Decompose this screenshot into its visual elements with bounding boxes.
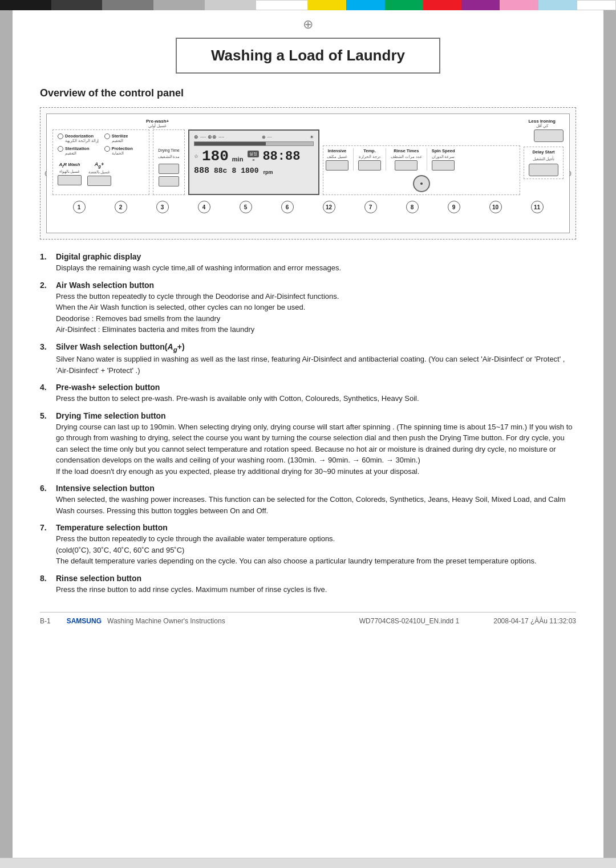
progress-bar [194,141,314,146]
item-number: 5. [40,411,56,477]
deodorization-label: Deodorization [65,133,99,139]
main-content: ⊕ Washing a Load of Laundry Overview of … [17,0,599,648]
deodorization-radio[interactable] [58,133,63,139]
temp-button[interactable] [358,160,381,171]
item-body: Drying course can last up to 190min. Whe… [56,421,576,477]
controls-section: Intensive غسيل مكثف Temp. درجة الحرارة [323,129,520,195]
display-sub3: 8 [232,167,236,175]
item-content: Rinse selection button Press the rinse b… [56,574,576,595]
list-item: 5. Drying Time selection button Drying c… [40,411,576,477]
intensive-button[interactable] [326,160,348,171]
page-footer: B-1 SAMSUNG Washing Machine Owner's Inst… [40,612,576,625]
prewash-button[interactable] [159,164,179,174]
item-content: Digital graphic display Displays the rem… [56,252,576,274]
badge-1: 1 [73,201,86,213]
display-sub4: 1800 [241,167,258,175]
panel-left-section: Deodorization إزالة الرائحة الكريهة Ster… [52,129,149,195]
rinse-times-label: Rinse Times [394,148,419,153]
intensive-label: Intensive [328,148,347,153]
display-sub1: 888 [194,166,209,176]
item-number: 2. [40,281,56,335]
panel-inner: Pre-wash+ غسيل أولي Less Ironing كي أقل [46,113,570,233]
drying-time-button[interactable] [159,176,179,186]
footer-file-info: WD7704C8S-02410U_EN.indd 1 [359,617,459,625]
item-number: 7. [40,523,56,567]
footer-doc-title: Washing Machine Owner's Instructions [107,617,225,625]
item-number: 8. [40,574,56,595]
selector-dial[interactable] [413,175,430,192]
control-panel-diagram: ⊕ ⊕ Pre-wash+ غسيل أولي Less Ironing كي … [40,107,576,240]
sterilize-arabic: التعقيم [112,139,128,143]
bottom-bar [0,858,616,868]
display-time: 180 [202,148,229,165]
sterilization-radio[interactable] [58,146,63,152]
drying-time-arabic: مدة التشفيف [158,155,180,159]
list-item: 6. Intensive selection button When selec… [40,484,576,516]
pre-wash-label: Pre-wash+ [146,119,169,124]
delay-start-area: Delay Start تأجيل التشغيل [524,147,564,179]
item-title: Silver Wash selection button(Ag+) [56,342,576,353]
spin-speed-button[interactable] [432,160,455,171]
item-title: Digital graphic display [56,252,576,261]
pre-wash-arabic: غسيل أولي [148,124,167,128]
item-title: Pre-wash+ selection button [56,383,576,392]
spin-speed-label: Spin Speed [432,148,455,153]
sterilization-arabic: التعقيم [65,151,90,156]
air-wash-arabic: غسيل بالهواء [59,169,80,174]
temp-label: Temp. [363,148,376,153]
side-bar-left [0,10,13,858]
silver-wash-button[interactable] [87,176,111,186]
badge-8: 8 [406,201,419,213]
badge-12: 12 [323,201,335,213]
rinse-times-button[interactable] [395,160,418,171]
item-content: Air Wash selection button Press the butt… [56,281,576,335]
delay-start-button[interactable] [529,164,558,176]
number-badges-row: 1 2 3 4 5 6 12 7 8 9 10 11 [52,201,564,213]
protection-label: Protection [112,146,133,151]
page-title: Washing a Load of Laundry [176,38,440,74]
list-item: 1. Digital graphic display Displays the … [40,252,576,274]
item-number: 3. [40,342,56,376]
badge-5: 5 [240,201,252,213]
display-rpm: rpm [263,169,273,175]
prewash-drying-column: Drying Time مدة التشفيف [153,129,185,195]
item-content: Temperature selection button Press the b… [56,523,576,567]
footer-date-info: 2008-04-17 ¿ÀÀu 11:32:03 [493,617,576,625]
less-ironing-label: Less Ironing [528,119,556,124]
less-ironing-button[interactable] [534,129,564,142]
badge-4: 4 [198,201,210,213]
air-wash-button[interactable] [58,175,82,185]
badge-3: 3 [156,201,169,213]
list-item: 4. Pre-wash+ selection button Press the … [40,383,576,404]
digital-display: ⊕····⊕⊕···· ⊕ ···· ☀ ☆ 180 min [188,129,319,195]
item-body: Silver Nano water is supplied in washing… [56,354,576,376]
item-title: Rinse selection button [56,574,576,583]
temp-arabic: درجة الحرارة [359,155,380,159]
item-title: Temperature selection button [56,523,576,532]
display-unit: min [232,156,244,163]
sterilize-radio[interactable] [104,133,110,139]
item-body: Press the rinse button to add rinse cycl… [56,584,576,595]
item-number: 1. [40,252,56,274]
item-content: Silver Wash selection button(Ag+) Silver… [56,342,576,376]
less-ironing-arabic: كي أقل [536,124,548,128]
air-wash-brand: AIR Wash [59,162,80,168]
deodorization-arabic: إزالة الرائحة الكريهة [65,139,99,143]
badge-6: 6 [281,201,294,213]
item-body: Press the button repeatedly to cycle thr… [56,291,576,335]
item-number: 6. [40,484,56,516]
list-item: 3. Silver Wash selection button(Ag+) Sil… [40,342,576,376]
protection-radio[interactable] [104,146,110,152]
list-item: 7. Temperature selection button Press th… [40,523,576,567]
rinse-times-arabic: عدد مرات الشطف [391,155,422,159]
section-heading: Overview of the control panel [40,87,576,99]
item-body: Displays the remaining wash cycle time,a… [56,262,576,274]
display-sub2: 88c [214,167,227,175]
spin-speed-arabic: سرعة الدوران [432,155,455,159]
badge-9: 9 [448,201,460,213]
side-bar-right [603,10,616,858]
item-content: Drying Time selection button Drying cour… [56,411,576,477]
item-body: When selected, the washing power increas… [56,494,576,516]
display-colon-time: 88:88 [262,149,300,164]
item-body: Press the button to select pre-wash. Pre… [56,393,576,404]
